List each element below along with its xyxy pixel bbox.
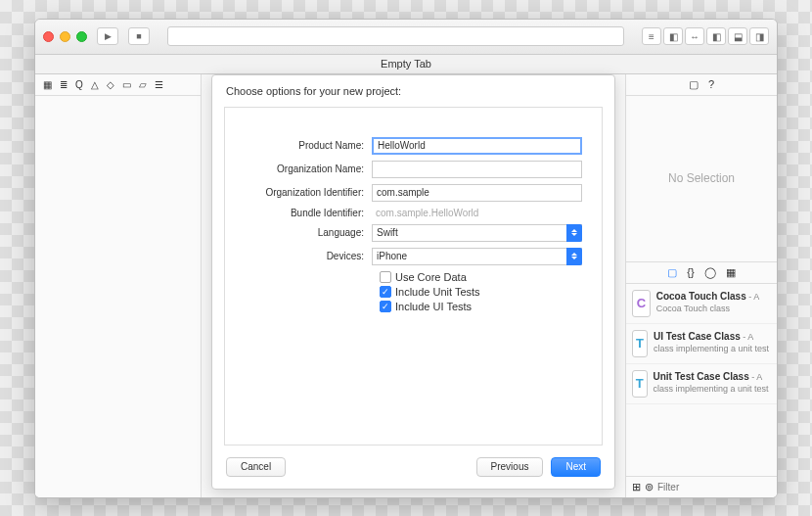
panel-bottom-icon[interactable]: ⬓ xyxy=(728,27,747,45)
run-button[interactable]: ▶ xyxy=(97,27,118,45)
org-id-input[interactable] xyxy=(372,184,582,202)
template-icon: T xyxy=(632,330,648,357)
library-selector: ▢ {} ◯ ▦ xyxy=(626,262,777,284)
next-button[interactable]: Next xyxy=(551,457,601,477)
close-icon[interactable] xyxy=(43,31,54,42)
report-nav-icon[interactable]: ☰ xyxy=(155,79,163,90)
editor-area: Choose options for your new project: Pro… xyxy=(202,74,625,497)
debug-nav-icon[interactable]: ▭ xyxy=(122,79,131,90)
navigator-selector: ▦ ≣ Q △ ◇ ▭ ▱ ☰ xyxy=(35,74,201,96)
activity-viewer xyxy=(167,26,624,46)
tab-title[interactable]: Empty Tab xyxy=(381,58,431,70)
bundle-id-value: com.sample.HelloWorld xyxy=(372,208,582,218)
issue-nav-icon[interactable]: △ xyxy=(91,79,99,90)
help-inspector-icon[interactable]: ? xyxy=(708,78,714,90)
template-icon: T xyxy=(632,370,648,398)
test-nav-icon[interactable]: ◇ xyxy=(107,79,114,90)
library-item-title: Cocoa Touch Class xyxy=(656,291,746,302)
bundle-id-label: Bundle Identifier: xyxy=(245,208,372,218)
unit-tests-checkbox[interactable]: ✓ xyxy=(380,286,391,298)
panel-right-icon[interactable]: ◨ xyxy=(749,27,769,45)
new-project-sheet: Choose options for your new project: Pro… xyxy=(211,74,615,490)
library-item[interactable]: TUI Test Case Class - A class implementi… xyxy=(626,324,777,364)
library-list: CCocoa Touch Class - A Cocoa Touch class… xyxy=(626,284,777,476)
find-nav-icon[interactable]: Q xyxy=(75,79,83,90)
devices-select[interactable] xyxy=(372,248,582,265)
object-lib-icon[interactable]: ◯ xyxy=(704,266,716,279)
no-selection-label: No Selection xyxy=(626,96,777,262)
tab-bar: Empty Tab xyxy=(35,55,777,74)
file-template-lib-icon[interactable]: ▢ xyxy=(667,266,677,279)
ui-tests-checkbox[interactable]: ✓ xyxy=(380,301,391,312)
library-filter-input[interactable] xyxy=(657,482,778,493)
org-id-label: Organization Identifier: xyxy=(245,187,372,198)
library-item-title: UI Test Case Class xyxy=(654,331,741,342)
core-data-checkbox[interactable] xyxy=(380,271,391,283)
library-item[interactable]: CCocoa Touch Class - A Cocoa Touch class xyxy=(626,284,777,324)
code-snippet-lib-icon[interactable]: {} xyxy=(687,266,694,278)
devices-label: Devices: xyxy=(245,251,372,261)
breakpoint-nav-icon[interactable]: ▱ xyxy=(139,79,147,90)
project-nav-icon[interactable]: ▦ xyxy=(43,79,52,90)
stop-button[interactable]: ■ xyxy=(128,27,150,45)
editor-version-icon[interactable]: ↔ xyxy=(685,27,704,45)
symbol-nav-icon[interactable]: ≣ xyxy=(60,79,68,90)
minimize-icon[interactable] xyxy=(60,31,70,42)
template-icon: C xyxy=(632,290,651,317)
core-data-label: Use Core Data xyxy=(395,271,467,283)
cancel-button[interactable]: Cancel xyxy=(226,457,286,477)
editor-standard-icon[interactable]: ≡ xyxy=(642,27,661,45)
inspector-selector: ▢ ? xyxy=(626,74,777,96)
org-name-input[interactable] xyxy=(372,161,582,178)
panel-left-icon[interactable]: ◧ xyxy=(706,27,726,45)
navigator-panel: ▦ ≣ Q △ ◇ ▭ ▱ ☰ xyxy=(35,74,202,497)
sheet-heading: Choose options for your new project: xyxy=(212,75,614,107)
inspector-panel: ▢ ? No Selection ▢ {} ◯ ▦ CCocoa Touch C… xyxy=(625,74,777,497)
language-label: Language: xyxy=(245,227,372,238)
product-name-label: Product Name: xyxy=(245,140,372,151)
ui-tests-label: Include UI Tests xyxy=(395,301,472,312)
zoom-icon[interactable] xyxy=(76,31,87,42)
grid-icon[interactable]: ⊞ xyxy=(632,481,641,493)
product-name-input[interactable] xyxy=(372,137,582,155)
org-name-label: Organization Name: xyxy=(245,164,372,174)
filter-icon: ⊚ xyxy=(645,481,654,493)
titlebar: ▶ ■ ≡ ◧ ↔ ◧ ⬓ ◨ xyxy=(35,20,777,55)
xcode-window: ▶ ■ ≡ ◧ ↔ ◧ ⬓ ◨ Empty Tab ▦ ≣ Q △ ◇ ▭ ▱ … xyxy=(34,19,778,498)
unit-tests-label: Include Unit Tests xyxy=(395,286,480,298)
library-item[interactable]: TUnit Test Case Class - A class implemen… xyxy=(626,364,777,404)
media-lib-icon[interactable]: ▦ xyxy=(726,266,736,279)
previous-button[interactable]: Previous xyxy=(476,457,544,477)
file-inspector-icon[interactable]: ▢ xyxy=(689,78,699,91)
language-select[interactable] xyxy=(372,224,582,242)
library-item-title: Unit Test Case Class xyxy=(654,371,749,382)
editor-assistant-icon[interactable]: ◧ xyxy=(663,27,683,45)
